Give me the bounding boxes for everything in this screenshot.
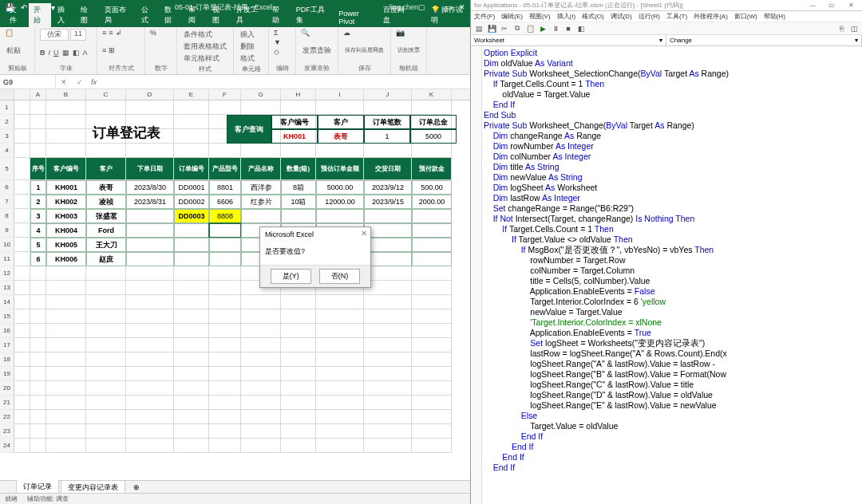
data-cell[interactable]: KH004 xyxy=(46,223,86,238)
col-header[interactable]: E xyxy=(174,89,209,100)
row-header[interactable]: 20 xyxy=(0,381,14,396)
vba-paste-icon[interactable]: 📋 xyxy=(525,25,535,33)
row-header[interactable]: 13 xyxy=(0,281,14,295)
align-left-icon[interactable]: ≡ xyxy=(102,46,106,54)
cond-format-button[interactable]: 条件格式 xyxy=(182,29,228,41)
format-button[interactable]: 格式 xyxy=(239,53,263,65)
vba-design-icon[interactable]: ◧ xyxy=(576,25,586,33)
table-format-button[interactable]: 套用表格格式 xyxy=(182,41,228,53)
data-cell[interactable]: 2023/8/30 xyxy=(126,180,174,195)
vba-menu-item[interactable]: 调试(D) xyxy=(611,12,632,21)
data-cell[interactable] xyxy=(412,209,452,223)
vba-menu-item[interactable]: 外接程序(A) xyxy=(694,12,728,21)
col-header[interactable]: B xyxy=(46,89,86,100)
data-cell[interactable]: 赵庶 xyxy=(86,252,126,266)
col-header[interactable]: K xyxy=(412,89,452,100)
data-cell[interactable]: KH002 xyxy=(46,195,86,209)
vba-break-icon[interactable]: ⏸ xyxy=(551,25,560,33)
msgbox-close-icon[interactable]: ✕ xyxy=(361,229,367,238)
vba-menu-item[interactable]: 插入(I) xyxy=(557,12,576,21)
data-cell[interactable] xyxy=(209,223,241,238)
fill-color-icon[interactable]: ◧ xyxy=(73,49,80,57)
row-header[interactable]: 21 xyxy=(0,396,14,410)
vba-menu-item[interactable]: 视图(V) xyxy=(529,12,551,21)
data-cell[interactable]: DD0002 xyxy=(174,195,209,209)
sheet-tab[interactable]: 变更内容记录表 xyxy=(61,480,125,494)
data-cell[interactable]: 8箱 xyxy=(281,180,316,195)
data-cell[interactable] xyxy=(126,238,174,252)
vba-menu-item[interactable]: 窗口(W) xyxy=(734,12,757,21)
data-cell[interactable]: 王大刀 xyxy=(86,238,126,252)
data-cell[interactable] xyxy=(364,209,412,223)
delete-button[interactable]: 删除 xyxy=(239,41,263,53)
data-cell[interactable]: 西洋参 xyxy=(241,180,281,195)
data-cell[interactable]: 2023/8/31 xyxy=(126,195,174,209)
row-header[interactable]: 24 xyxy=(0,439,14,453)
row-header[interactable]: 9 xyxy=(0,223,14,238)
col-header[interactable]: G xyxy=(241,89,281,100)
data-cell[interactable] xyxy=(174,238,209,252)
msgbox-yes-button[interactable]: 是(Y) xyxy=(271,269,311,284)
data-cell[interactable]: Ford xyxy=(86,223,126,238)
col-header[interactable] xyxy=(14,89,30,100)
clear-icon[interactable]: ◇ xyxy=(274,48,279,56)
new-sheet-icon[interactable]: ⊕ xyxy=(127,482,146,493)
data-cell[interactable]: 5000.00 xyxy=(316,180,364,195)
data-cell[interactable]: 12000.00 xyxy=(316,195,364,209)
vba-object-dropdown[interactable]: Worksheet▾ xyxy=(471,35,666,45)
invoice-icon[interactable]: 🔍 xyxy=(301,29,310,37)
col-header[interactable]: D xyxy=(126,89,174,100)
row-header[interactable]: 4 xyxy=(0,144,14,158)
merge-icon[interactable]: ⊞ xyxy=(109,46,115,54)
col-header[interactable]: A xyxy=(30,89,46,100)
data-cell[interactable]: KH005 xyxy=(46,238,86,252)
vba-menu-item[interactable]: 帮助(H) xyxy=(764,12,785,21)
data-cell[interactable]: 2023/9/15 xyxy=(364,195,412,209)
data-cell[interactable] xyxy=(174,252,209,266)
vba-reset-icon[interactable]: ■ xyxy=(563,25,573,33)
lookup-value[interactable]: 1 xyxy=(364,129,410,144)
data-cell[interactable]: KH003 xyxy=(46,209,86,223)
vba-menu-item[interactable]: 编辑(E) xyxy=(501,12,523,21)
accept-fx-icon[interactable]: ✓ xyxy=(77,78,83,86)
vba-view-icon[interactable]: ▤ xyxy=(474,25,484,33)
data-cell[interactable]: 2023/9/12 xyxy=(364,180,412,195)
wrap-icon[interactable]: ↲ xyxy=(116,29,122,37)
data-cell[interactable] xyxy=(126,252,174,266)
data-cell[interactable]: 2000.00 xyxy=(412,195,452,209)
worksheet-grid[interactable]: A B C D E F G H I J K 12订单登记表客户查询客户编号客户订… xyxy=(0,89,470,480)
number-format-icon[interactable]: % xyxy=(150,29,156,37)
insert-button[interactable]: 插入 xyxy=(239,29,263,41)
row-header[interactable]: 16 xyxy=(0,324,14,338)
data-cell[interactable] xyxy=(316,209,364,223)
row-header[interactable]: 19 xyxy=(0,367,14,381)
row-header[interactable]: 14 xyxy=(0,295,14,309)
col-header[interactable]: F xyxy=(209,89,241,100)
msgbox-no-button[interactable]: 否(N) xyxy=(319,269,361,284)
data-cell[interactable]: 8808 xyxy=(209,209,241,223)
vba-menu-item[interactable]: 工具(T) xyxy=(666,12,687,21)
lookup-value[interactable]: 5000 xyxy=(410,129,457,144)
row-header[interactable]: 2 xyxy=(0,115,14,129)
data-cell[interactable]: 10箱 xyxy=(281,195,316,209)
fx-label[interactable]: fx xyxy=(88,78,97,86)
row-header[interactable]: 7 xyxy=(0,195,14,209)
select-all-corner[interactable] xyxy=(0,89,14,100)
cloud-icon[interactable]: ☁ xyxy=(343,29,350,37)
vba-menu-item[interactable]: 运行(R) xyxy=(639,12,660,21)
row-header[interactable]: 1 xyxy=(0,100,14,115)
row-header[interactable]: 11 xyxy=(0,252,14,266)
vba-menu-item[interactable]: 格式(O) xyxy=(582,12,604,21)
data-cell[interactable]: 表哥 xyxy=(86,180,126,195)
col-header[interactable]: I xyxy=(316,89,364,100)
data-cell[interactable] xyxy=(126,209,174,223)
data-cell[interactable] xyxy=(174,223,209,238)
data-cell[interactable] xyxy=(241,209,281,223)
lookup-value[interactable]: 表哥 xyxy=(318,129,364,144)
paste-icon[interactable]: 📋 xyxy=(5,29,14,37)
vba-cut-icon[interactable]: ✂ xyxy=(500,25,509,33)
data-cell[interactable]: 5 xyxy=(30,238,46,252)
bold-button[interactable]: B xyxy=(40,49,45,57)
data-cell[interactable]: 凌祯 xyxy=(86,195,126,209)
row-header[interactable]: 23 xyxy=(0,424,14,439)
